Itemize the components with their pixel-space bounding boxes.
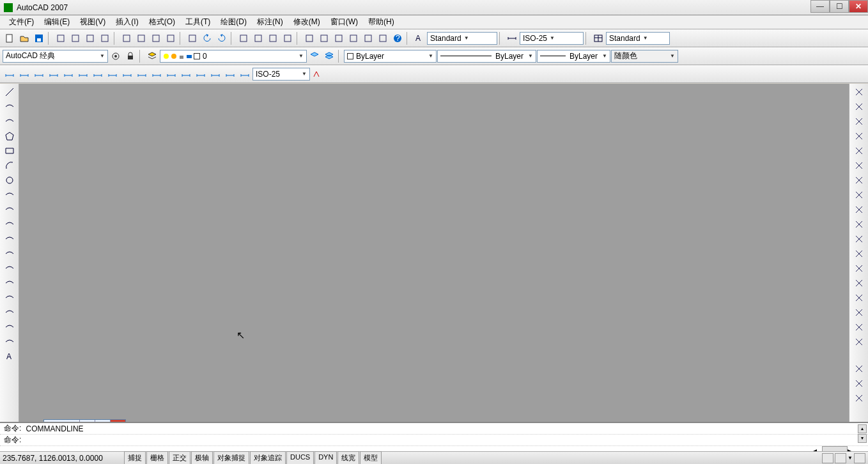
ordinate-icon[interactable] (47, 67, 61, 81)
minimize-button[interactable]: — (810, 0, 830, 13)
maximize-button[interactable]: ☐ (830, 0, 849, 13)
dim-style-btn[interactable] (505, 31, 519, 45)
extend-icon[interactable] (852, 232, 866, 246)
paste-icon[interactable] (149, 31, 163, 45)
lineweight-dropdown[interactable]: ByLayer▼ (537, 50, 610, 63)
paint-icon[interactable] (185, 31, 199, 45)
gradient-icon[interactable] (3, 305, 17, 320)
arc-len-icon[interactable] (32, 67, 46, 81)
table-icon[interactable] (3, 335, 17, 349)
dim-apply-icon[interactable] (311, 67, 325, 81)
plot-icon[interactable] (54, 31, 68, 45)
tpalette-icon[interactable] (332, 31, 346, 45)
linear-icon[interactable] (3, 67, 17, 81)
copy-icon[interactable] (852, 100, 866, 114)
table-style-btn[interactable] (591, 31, 605, 45)
scroll-down-button[interactable]: ▾ (858, 434, 867, 443)
region-icon[interactable] (3, 320, 17, 334)
angular-icon[interactable] (105, 67, 120, 81)
layer-states-icon[interactable] (322, 49, 336, 63)
status-toggle-0[interactable]: 捕捉 (124, 451, 146, 464)
linetype-dropdown[interactable]: ByLayer▼ (437, 50, 536, 63)
center-icon[interactable] (194, 67, 208, 81)
line-icon[interactable] (3, 85, 17, 99)
scroll-up-button[interactable]: ▴ (858, 424, 867, 433)
plotstyle-dropdown[interactable]: 随颜色▼ (611, 50, 678, 63)
ellipse-icon[interactable] (3, 217, 17, 231)
break-icon[interactable] (852, 247, 866, 261)
workspace-settings-icon[interactable] (109, 49, 123, 63)
tool1-icon[interactable] (852, 362, 866, 376)
dcenter-icon[interactable] (317, 31, 331, 45)
dim-style2-dropdown[interactable]: ISO-25▼ (252, 68, 310, 81)
point-icon[interactable] (3, 276, 17, 290)
color-dropdown[interactable]: ByLayer▼ (344, 50, 437, 63)
tedit-icon[interactable] (223, 67, 237, 81)
baseline-icon[interactable] (135, 67, 149, 81)
dim-style-dropdown[interactable]: ISO-25▼ (520, 32, 584, 45)
move-icon[interactable] (852, 159, 866, 173)
block-icon[interactable] (3, 261, 17, 275)
break2-icon[interactable] (852, 261, 866, 275)
zoom-prev-icon[interactable] (281, 31, 295, 45)
status-toggle-7[interactable]: DYN (314, 451, 337, 464)
publish-icon[interactable] (83, 31, 97, 45)
zoom-win-icon[interactable] (266, 31, 280, 45)
edit-icon[interactable] (208, 67, 222, 81)
layer-prev-icon[interactable] (307, 49, 322, 63)
save-icon[interactable] (32, 31, 46, 45)
mirror-icon[interactable] (852, 114, 866, 128)
text-style-btn[interactable]: A (412, 31, 426, 45)
fillet-icon[interactable] (852, 305, 866, 320)
explode-icon[interactable] (852, 320, 866, 334)
tray-icon[interactable] (835, 453, 846, 463)
open-icon[interactable] (17, 31, 31, 45)
help-icon[interactable]: ? (391, 31, 405, 45)
match-icon[interactable] (164, 31, 178, 45)
qleader-icon[interactable] (164, 67, 178, 81)
array-icon[interactable] (852, 144, 866, 158)
status-toggle-8[interactable]: 线宽 (337, 451, 359, 464)
sheet-icon[interactable] (98, 31, 112, 45)
stretch-icon[interactable] (852, 203, 866, 217)
menu-help[interactable]: 帮助(H) (364, 15, 398, 29)
scale-icon[interactable] (852, 188, 866, 202)
update-icon[interactable] (238, 67, 252, 81)
offset-icon[interactable] (852, 129, 866, 143)
menu-view[interactable]: 视图(V) (76, 15, 109, 29)
menu-file[interactable]: 文件(F) (5, 15, 38, 29)
menu-draw[interactable]: 绘图(D) (217, 15, 251, 29)
xline-icon[interactable] (3, 100, 17, 114)
trim-icon[interactable] (852, 217, 866, 231)
erase-icon[interactable] (852, 85, 866, 99)
rectangle-icon[interactable] (3, 144, 17, 158)
menu-tools[interactable]: 工具(T) (182, 15, 214, 29)
drawing-canvas[interactable]: ↖ Dra... ❐ ☐ ✕ (19, 84, 849, 435)
layer-props-icon[interactable] (145, 49, 159, 63)
rotate-icon[interactable] (852, 173, 866, 187)
insert-icon[interactable] (3, 247, 17, 261)
new-icon[interactable] (3, 31, 17, 45)
status-toggle-3[interactable]: 极轴 (191, 451, 213, 464)
tolerance-icon[interactable] (179, 67, 193, 81)
props-icon[interactable] (302, 31, 316, 45)
preview-icon[interactable] (68, 31, 82, 45)
sheetset-icon[interactable] (346, 31, 360, 45)
mtext-icon[interactable]: A (3, 350, 17, 364)
diameter-icon[interactable] (91, 67, 105, 81)
calc-icon[interactable] (376, 31, 390, 45)
workspace-lock-icon[interactable] (123, 49, 137, 63)
workspace-dropdown[interactable]: AutoCAD 经典▼ (3, 50, 108, 63)
table-style-dropdown[interactable]: Standard▼ (606, 32, 670, 45)
chamfer-icon[interactable] (852, 291, 866, 305)
menu-format[interactable]: 格式(O) (145, 15, 179, 29)
arc-icon[interactable] (3, 159, 17, 173)
spline-icon[interactable] (3, 203, 17, 217)
continue-icon[interactable] (150, 67, 164, 81)
menu-window[interactable]: 窗口(W) (327, 15, 362, 29)
pline-icon[interactable] (3, 114, 17, 128)
copy-icon[interactable] (134, 31, 148, 45)
status-toggle-1[interactable]: 栅格 (146, 451, 168, 464)
status-toggle-9[interactable]: 模型 (360, 451, 382, 464)
hatch-icon[interactable] (3, 291, 17, 305)
